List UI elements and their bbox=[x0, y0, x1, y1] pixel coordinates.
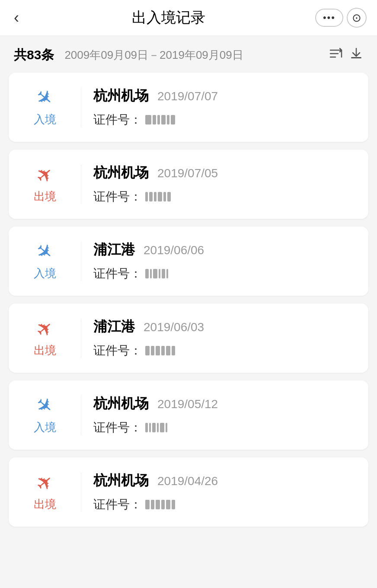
record-button[interactable]: ⊙ bbox=[347, 8, 367, 28]
summary-bar: 共83条 2009年09月09日－2019年09月09日 bbox=[0, 36, 377, 73]
card-type-indicator: ✈ 出境 bbox=[21, 165, 81, 204]
date-label: 2019/06/03 bbox=[144, 320, 204, 334]
date-label: 2019/05/12 bbox=[157, 397, 218, 411]
plane-icon: ✈ bbox=[36, 165, 53, 185]
entry-exit-badge: 入境 bbox=[34, 420, 56, 435]
location-label: 杭州机场 bbox=[93, 163, 149, 182]
card-details: 浦江港 2019/06/06 证件号： bbox=[93, 240, 356, 282]
card-type-indicator: ✈ 入境 bbox=[21, 396, 81, 435]
record-card: ✈ 出境 杭州机场 2019/07/05 证件号： bbox=[9, 150, 368, 219]
card-top-row: 浦江港 2019/06/03 bbox=[93, 317, 356, 336]
header-actions: ••• ⊙ bbox=[315, 8, 367, 28]
card-details: 杭州机场 2019/07/07 证件号： bbox=[93, 86, 356, 128]
card-details: 浦江港 2019/06/03 证件号： bbox=[93, 317, 356, 359]
date-label: 2019/07/05 bbox=[157, 166, 218, 180]
cert-number bbox=[145, 346, 175, 355]
plane-icon: ✈ bbox=[36, 88, 53, 108]
entry-exit-badge: 出境 bbox=[34, 497, 56, 512]
record-card: ✈ 出境 浦江港 2019/06/03 证件号： bbox=[9, 304, 368, 373]
record-card: ✈ 入境 杭州机场 2019/07/07 证件号： bbox=[9, 73, 368, 142]
cert-row: 证件号： bbox=[93, 265, 356, 282]
location-label: 浦江港 bbox=[93, 317, 135, 336]
entry-exit-badge: 入境 bbox=[34, 112, 56, 127]
dots-icon: ••• bbox=[323, 12, 335, 23]
plane-icon: ✈ bbox=[36, 473, 53, 492]
svg-rect-4 bbox=[351, 57, 361, 58]
date-label: 2019/04/26 bbox=[157, 474, 218, 488]
entry-exit-badge: 出境 bbox=[34, 343, 56, 358]
date-label: 2019/06/06 bbox=[144, 243, 204, 257]
more-options-button[interactable]: ••• bbox=[315, 9, 343, 27]
plane-icon: ✈ bbox=[36, 242, 53, 262]
card-type-indicator: ✈ 入境 bbox=[21, 242, 81, 281]
cert-number bbox=[145, 269, 168, 278]
cert-label: 证件号： bbox=[93, 265, 142, 282]
cert-number bbox=[145, 423, 167, 432]
records-list: ✈ 入境 杭州机场 2019/07/07 证件号： ✈ 出境 杭州机场 2019… bbox=[0, 73, 377, 527]
card-top-row: 杭州机场 2019/05/12 bbox=[93, 394, 356, 413]
record-card: ✈ 入境 浦江港 2019/06/06 证件号： bbox=[9, 227, 368, 296]
card-type-indicator: ✈ 出境 bbox=[21, 473, 81, 512]
entry-exit-badge: 入境 bbox=[34, 266, 56, 281]
cert-label: 证件号： bbox=[93, 419, 142, 436]
cert-number bbox=[145, 500, 175, 509]
card-type-indicator: ✈ 入境 bbox=[21, 88, 81, 127]
plane-icon: ✈ bbox=[36, 396, 53, 415]
card-top-row: 杭州机场 2019/04/26 bbox=[93, 471, 356, 490]
cert-row: 证件号： bbox=[93, 189, 356, 205]
card-details: 杭州机场 2019/07/05 证件号： bbox=[93, 163, 356, 205]
summary-actions bbox=[329, 47, 363, 64]
record-card: ✈ 入境 杭州机场 2019/05/12 证件号： bbox=[9, 380, 368, 450]
cert-label: 证件号： bbox=[93, 112, 142, 128]
page-title: 出入境记录 bbox=[22, 8, 315, 28]
card-details: 杭州机场 2019/04/26 证件号： bbox=[93, 471, 356, 513]
cert-number bbox=[145, 115, 175, 125]
cert-label: 证件号： bbox=[93, 496, 142, 513]
plane-icon: ✈ bbox=[36, 319, 53, 339]
location-label: 杭州机场 bbox=[93, 86, 149, 105]
entry-exit-badge: 出境 bbox=[34, 189, 56, 204]
cert-label: 证件号： bbox=[93, 342, 142, 359]
cert-label: 证件号： bbox=[93, 189, 142, 205]
location-label: 浦江港 bbox=[93, 240, 135, 259]
cert-row: 证件号： bbox=[93, 496, 356, 513]
date-range: 2009年09月09日－2019年09月09日 bbox=[64, 48, 243, 63]
cert-row: 证件号： bbox=[93, 419, 356, 436]
card-details: 杭州机场 2019/05/12 证件号： bbox=[93, 394, 356, 436]
card-top-row: 浦江港 2019/06/06 bbox=[93, 240, 356, 259]
download-button[interactable] bbox=[349, 47, 363, 64]
date-label: 2019/07/07 bbox=[157, 89, 218, 103]
back-button[interactable]: ‹ bbox=[10, 8, 22, 27]
location-label: 杭州机场 bbox=[93, 394, 149, 413]
record-icon: ⊙ bbox=[352, 11, 361, 25]
sort-button[interactable] bbox=[329, 47, 342, 64]
location-label: 杭州机场 bbox=[93, 471, 149, 490]
header: ‹ 出入境记录 ••• ⊙ bbox=[0, 0, 377, 36]
total-count: 共83条 bbox=[14, 46, 54, 64]
cert-number bbox=[145, 192, 171, 201]
card-top-row: 杭州机场 2019/07/07 bbox=[93, 86, 356, 105]
card-type-indicator: ✈ 出境 bbox=[21, 319, 81, 358]
cert-row: 证件号： bbox=[93, 112, 356, 128]
record-card: ✈ 出境 杭州机场 2019/04/26 证件号： bbox=[9, 457, 368, 527]
card-top-row: 杭州机场 2019/07/05 bbox=[93, 163, 356, 182]
cert-row: 证件号： bbox=[93, 342, 356, 359]
